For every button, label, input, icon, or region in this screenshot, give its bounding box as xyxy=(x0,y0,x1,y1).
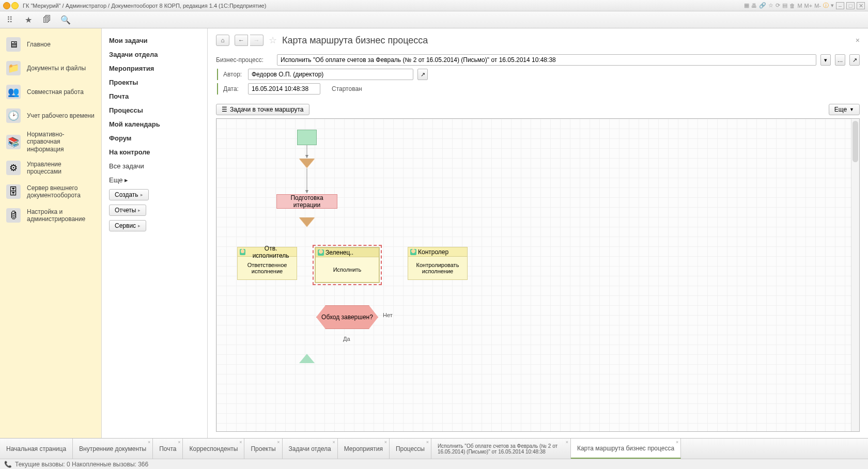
reports-button[interactable]: Отчеты xyxy=(109,205,146,216)
subnav-forum[interactable]: Форум xyxy=(102,131,207,145)
close-icon[interactable]: × xyxy=(384,440,387,445)
create-button[interactable]: Создать xyxy=(109,189,149,200)
server-icon: 🗄 xyxy=(6,184,21,199)
task-execute[interactable]: Зеленец.. Исполнить xyxy=(315,247,380,283)
clipboard-icon[interactable]: 🗐 xyxy=(42,15,52,24)
close-icon[interactable]: × xyxy=(148,440,150,445)
nav-documents[interactable]: 📁Документы и файлы xyxy=(0,56,101,80)
titlebar-info-icon[interactable]: ⓘ xyxy=(823,2,829,9)
titlebar-grid-icon[interactable]: ▤ xyxy=(782,2,787,9)
window-close[interactable]: ✕ xyxy=(857,2,865,9)
bp-ellipsis-button[interactable]: … xyxy=(835,54,845,66)
subnav-processes[interactable]: Процессы xyxy=(102,103,207,117)
apps-icon[interactable]: ⠿ xyxy=(5,15,14,24)
subnav-my-tasks[interactable]: Мои задачи xyxy=(102,34,207,48)
subnav-mail[interactable]: Почта xyxy=(102,89,207,103)
tab-dept-tasks[interactable]: Задачи отдела× xyxy=(283,439,338,459)
bp-dropdown-button[interactable]: ▾ xyxy=(820,54,831,66)
back-button[interactable]: ← xyxy=(235,35,248,46)
app-icon-dropdown[interactable] xyxy=(11,2,19,9)
tab-mail[interactable]: Почта× xyxy=(153,439,183,459)
subnav-events[interactable]: Мероприятия xyxy=(102,61,207,75)
subnav-projects[interactable]: Проекты xyxy=(102,75,207,89)
window-minimize[interactable]: – xyxy=(836,2,844,9)
content-area: ⌂ ← → ☆ Карта маршрута бизнес процесса ×… xyxy=(208,28,868,438)
titlebar-m-minus[interactable]: M- xyxy=(814,3,821,9)
vertical-scrollbar[interactable] xyxy=(851,119,859,431)
nav-settings[interactable]: 🛢Настройка и администрирование xyxy=(0,204,101,227)
people-icon: 👥 xyxy=(6,85,21,99)
titlebar-m[interactable]: M xyxy=(797,3,802,9)
author-input[interactable] xyxy=(248,69,413,80)
task-control[interactable]: Контролер Контролировать исполнение xyxy=(408,247,468,280)
subnav-calendar[interactable]: Мой календарь xyxy=(102,117,207,131)
status-bar: 📞 Текущие вызовы: 0 Накопленные вызовы: … xyxy=(0,459,868,469)
edge-label-no: Нет xyxy=(383,312,393,318)
titlebar-calc-icon[interactable]: 🗑 xyxy=(789,3,795,9)
bp-input[interactable] xyxy=(277,54,816,66)
home-button[interactable]: ⌂ xyxy=(216,35,229,46)
chevron-down-icon: ▼ xyxy=(849,107,854,112)
bp-label: Бизнес-процесс: xyxy=(216,56,273,64)
nav-main[interactable]: 🖥Главное xyxy=(0,33,101,56)
subnav-more[interactable]: Еще ▸ xyxy=(102,173,207,187)
diagram-canvas[interactable]: Подготовка итерации Отв. исполнитель Отв… xyxy=(216,118,860,432)
close-icon[interactable]: × xyxy=(239,440,242,445)
titlebar-star-icon[interactable]: ☆ xyxy=(768,2,773,9)
titlebar-tool-icon[interactable]: ▦ xyxy=(744,2,749,9)
date-input[interactable] xyxy=(248,83,320,95)
favorite-icon[interactable]: ★ xyxy=(24,15,33,24)
window-tabs: Начальная страница Внутренние документы×… xyxy=(0,438,868,459)
page-title: Карта маршрута бизнес процесса xyxy=(282,35,428,46)
more-button[interactable]: Еще▼ xyxy=(829,104,860,115)
titlebar-m-plus[interactable]: M+ xyxy=(804,3,813,9)
subnav-all-tasks[interactable]: Все задачи xyxy=(102,159,207,173)
titlebar-refresh-icon[interactable]: ⟳ xyxy=(776,2,780,9)
service-button[interactable]: Сервис xyxy=(109,220,146,231)
task-responsible[interactable]: Отв. исполнитель Ответственное исполнени… xyxy=(237,247,297,280)
nav-timesheet[interactable]: 🕑Учет рабочего времени xyxy=(0,104,101,128)
edge-label-yes: Да xyxy=(343,336,350,342)
tab-start-page[interactable]: Начальная страница xyxy=(0,439,73,459)
prep-node[interactable]: Подготовка итерации xyxy=(276,194,337,209)
favorite-star-icon[interactable]: ☆ xyxy=(269,35,277,46)
close-icon[interactable]: × xyxy=(566,440,568,445)
tab-route-map[interactable]: Карта маршрута бизнес процесса× xyxy=(571,439,681,459)
nav-collaboration[interactable]: 👥Совместная работа xyxy=(0,80,101,104)
gateway-1[interactable] xyxy=(299,159,315,168)
subnav-dept-tasks[interactable]: Задачи отдела xyxy=(102,48,207,61)
gateway-2[interactable] xyxy=(299,218,315,227)
tab-execute[interactable]: Исполнить "Об оплате счетов за Февраль (… xyxy=(431,439,571,459)
tab-projects[interactable]: Проекты× xyxy=(244,439,282,459)
folder-icon: 📁 xyxy=(6,61,21,75)
close-icon[interactable]: × xyxy=(332,440,335,445)
start-node[interactable] xyxy=(297,130,317,145)
titlebar-print-icon[interactable]: 🖶 xyxy=(751,3,757,9)
author-open-button[interactable]: ↗ xyxy=(417,69,428,80)
titlebar-link-icon[interactable]: 🔗 xyxy=(759,2,766,9)
desk-icon: 🖥 xyxy=(6,37,21,52)
tab-processes[interactable]: Процессы× xyxy=(390,439,431,459)
decision-node[interactable]: Обход завершен? xyxy=(316,305,378,329)
bp-open-button[interactable]: ↗ xyxy=(849,54,860,66)
subnav-control[interactable]: На контроле xyxy=(102,145,207,159)
tab-correspondents[interactable]: Корреспонденты× xyxy=(183,439,244,459)
tab-events[interactable]: Мероприятия× xyxy=(338,439,390,459)
nav-reference[interactable]: 📚Нормативно-справочная информация xyxy=(0,128,101,156)
search-icon[interactable]: 🔍 xyxy=(61,15,70,24)
status-text: Текущие вызовы: 0 Накопленные вызовы: 36… xyxy=(15,461,148,468)
tasks-at-point-button[interactable]: ☰Задачи в точке маршрута xyxy=(216,104,309,115)
window-maximize[interactable]: □ xyxy=(846,2,855,9)
gateway-end[interactable] xyxy=(299,354,315,363)
nav-external[interactable]: 🗄Сервер внешнего документооборота xyxy=(0,180,101,204)
close-icon[interactable]: × xyxy=(277,440,280,445)
forward-button[interactable]: → xyxy=(250,35,264,46)
close-page-button[interactable]: × xyxy=(856,36,860,44)
titlebar-dropdown-icon[interactable]: ▾ xyxy=(831,2,834,9)
close-icon[interactable]: × xyxy=(426,440,429,445)
tab-internal-docs[interactable]: Внутренние документы× xyxy=(73,439,153,459)
close-icon[interactable]: × xyxy=(676,440,678,445)
nav-processes[interactable]: ⚙Управление процессами xyxy=(0,156,101,180)
scroll-thumb[interactable] xyxy=(853,121,858,162)
close-icon[interactable]: × xyxy=(178,440,180,445)
